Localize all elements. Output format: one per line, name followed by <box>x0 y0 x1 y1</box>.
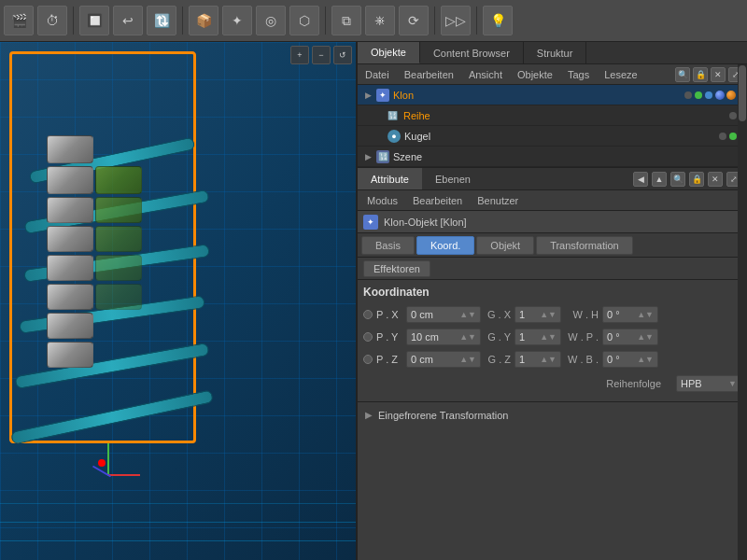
menu-ansicht[interactable]: Ansicht <box>465 67 506 82</box>
coord-input-py[interactable]: 10 cm ▲▼ <box>406 329 481 345</box>
object-list-item-szene[interactable]: ▶ 🔢 Szene <box>358 147 747 167</box>
right-scrollbar[interactable] <box>738 64 747 560</box>
tab-content-browser[interactable]: Content Browser <box>420 42 524 63</box>
coord-w-val-h[interactable]: 0 ° ▲▼ <box>602 306 658 323</box>
coord-input-px[interactable]: 0 cm ▲▼ <box>406 306 481 323</box>
menu-leseze[interactable]: Leseze <box>600 67 641 82</box>
reihe-name: Reihe <box>403 110 726 121</box>
ball-orange <box>726 91 736 100</box>
menu-objekte[interactable]: Objekte <box>514 67 557 82</box>
toolbar-icon-7[interactable]: ✦ <box>222 6 252 35</box>
kugel-name: Kugel <box>404 131 715 142</box>
attr-icon-lock[interactable]: 🔒 <box>689 172 704 187</box>
toolbar-icon-6[interactable]: 📦 <box>189 6 218 35</box>
toolbar-icon-13[interactable]: ▷▷ <box>441 6 471 35</box>
coord-label-pz: P . Z <box>376 354 402 365</box>
tab-objekte[interactable]: Objekte <box>358 42 420 63</box>
toolbar-icon-4[interactable]: ↩ <box>113 6 143 35</box>
coord-g-val-z[interactable]: 1 ▲▼ <box>514 351 561 368</box>
attr-icon-arrow-left[interactable]: ◀ <box>633 172 648 187</box>
coord-dot-pz <box>363 355 373 364</box>
sub-tab-koord[interactable]: Koord. <box>416 236 474 255</box>
reihenfolge-select[interactable]: HPB ▼ <box>676 375 741 392</box>
ground-plane <box>0 467 356 560</box>
toolbar-icon-2[interactable]: ⏱ <box>37 6 67 35</box>
coord-g-val-y[interactable]: 1 ▲▼ <box>514 329 561 345</box>
toolbar-icon-10[interactable]: ⧉ <box>331 6 361 35</box>
dot-k1 <box>719 133 726 140</box>
sub-tab-objekt[interactable]: Objekt <box>476 236 534 255</box>
scrollbar-thumb[interactable] <box>739 65 746 121</box>
klon-object-header: ✦ Klon-Objekt [Klon] <box>358 211 747 233</box>
toolbar-separator-3 <box>325 7 326 35</box>
objekte-toolbar-icons: 🔍 🔒 ✕ ⤢ <box>675 67 743 82</box>
dot-3 <box>705 91 712 99</box>
obj-icon-search[interactable]: 🔍 <box>675 67 690 82</box>
klon-icon: ✦ <box>376 89 389 102</box>
sub-tab-transformation[interactable]: Transformation <box>536 236 633 255</box>
szene-icon: 🔢 <box>376 150 389 163</box>
attr-menu-bearbeiten[interactable]: Bearbeiten <box>409 193 466 208</box>
coord-w-label-h: W . H <box>565 309 599 320</box>
object-list-item-reihe[interactable]: 🔢 Reihe <box>358 105 747 126</box>
toolbar-icon-8[interactable]: ◎ <box>256 6 286 35</box>
tab-struktur[interactable]: Struktur <box>524 42 587 63</box>
toolbar-separator-4 <box>434 7 435 35</box>
object-list-item-klon[interactable]: ▶ ✦ Klon <box>358 85 747 105</box>
coord-input-pz[interactable]: 0 cm ▲▼ <box>406 351 481 368</box>
attr-icon-x1[interactable]: ✕ <box>708 172 723 187</box>
szene-expand-arrow: ▶ <box>365 152 373 161</box>
toolbar-icon-1[interactable]: 🎬 <box>4 6 34 35</box>
objekte-menubar: Datei Bearbeiten Ansicht Objekte Tags Le… <box>358 64 747 85</box>
top-toolbar: 🎬 ⏱ 🔲 ↩ 🔃 📦 ✦ ◎ ⬡ ⧉ ⛯ ⟳ ▷▷ 💡 <box>0 0 747 42</box>
effektoren-button[interactable]: Effektoren <box>363 260 430 277</box>
main-layout: + − ↺ <box>0 42 747 560</box>
menu-bearbeiten[interactable]: Bearbeiten <box>401 67 458 82</box>
menu-tags[interactable]: Tags <box>564 67 593 82</box>
reihenfolge-row: Reihenfolge HPB ▼ <box>363 373 741 394</box>
toolbar-icon-14[interactable]: 💡 <box>483 6 513 35</box>
coord-w-val-b[interactable]: 0 ° ▲▼ <box>602 351 658 368</box>
toolbar-icon-3[interactable]: 🔲 <box>79 6 109 35</box>
obj-icon-lock[interactable]: 🔒 <box>693 67 708 82</box>
attr-tab-attribute[interactable]: Attribute <box>358 168 422 189</box>
sub-tab-bar: Basis Koord. Objekt Transformation <box>358 233 747 258</box>
coord-g-label-y: G . Y <box>485 331 511 343</box>
attribute-panel: Attribute Ebenen ◀ ▲ 🔍 🔒 ✕ ⤢ Modus Bearb… <box>358 168 747 560</box>
toolbar-separator-1 <box>73 7 74 35</box>
viewport-nav: + − ↺ <box>290 46 352 64</box>
attr-tab-icons: ◀ ▲ 🔍 🔒 ✕ ⤢ <box>627 168 747 189</box>
viewport-nav-btn-2[interactable]: − <box>312 46 331 64</box>
obj-icon-x[interactable]: ✕ <box>711 67 726 82</box>
object-list-item-kugel[interactable]: ● Kugel <box>358 126 747 147</box>
viewport-nav-btn-3[interactable]: ↺ <box>333 46 352 64</box>
klon-header-icon: ✦ <box>363 215 378 230</box>
ball-blue <box>715 91 725 100</box>
kugel-icon: ● <box>388 130 401 143</box>
sub-tab-basis[interactable]: Basis <box>361 236 415 255</box>
toolbar-icon-12[interactable]: ⟳ <box>399 6 429 35</box>
attr-icon-search[interactable]: 🔍 <box>670 172 685 187</box>
coord-w-label-b: W . B . <box>565 354 599 365</box>
coord-g-label-x: G . X <box>485 309 511 320</box>
koordinaten-title: Koordinaten <box>363 286 741 299</box>
attr-icon-up[interactable]: ▲ <box>652 172 667 187</box>
attr-tab-ebenen[interactable]: Ebenen <box>422 168 484 189</box>
coord-w-val-p[interactable]: 0 ° ▲▼ <box>602 329 658 345</box>
eingefrorene-row[interactable]: ▶ Eingefrorene Transformation <box>358 401 747 427</box>
coord-label-py: P . Y <box>376 331 402 343</box>
toolbar-icon-11[interactable]: ⛯ <box>365 6 395 35</box>
coord-row-pz: P . Z 0 cm ▲▼ G . Z 1 ▲▼ W . B . 0 ° ▲▼ <box>363 349 741 370</box>
toolbar-icon-5[interactable]: 🔃 <box>147 6 176 35</box>
viewport-nav-btn-1[interactable]: + <box>290 46 309 64</box>
attr-menu-benutzer[interactable]: Benutzer <box>473 193 522 208</box>
coord-g-val-x[interactable]: 1 ▲▼ <box>514 306 561 323</box>
coord-row-py: P . Y 10 cm ▲▼ G . Y 1 ▲▼ W . P . 0 ° ▲▼ <box>363 327 741 347</box>
coord-w-label-p: W . P . <box>565 331 599 343</box>
szene-name: Szene <box>393 151 736 162</box>
toolbar-icon-9[interactable]: ⬡ <box>289 6 319 35</box>
attr-menu-modus[interactable]: Modus <box>363 193 402 208</box>
eingefrorene-arrow: ▶ <box>365 410 373 420</box>
klon-header-title: Klon-Objekt [Klon] <box>384 217 467 228</box>
menu-datei[interactable]: Datei <box>361 67 393 82</box>
